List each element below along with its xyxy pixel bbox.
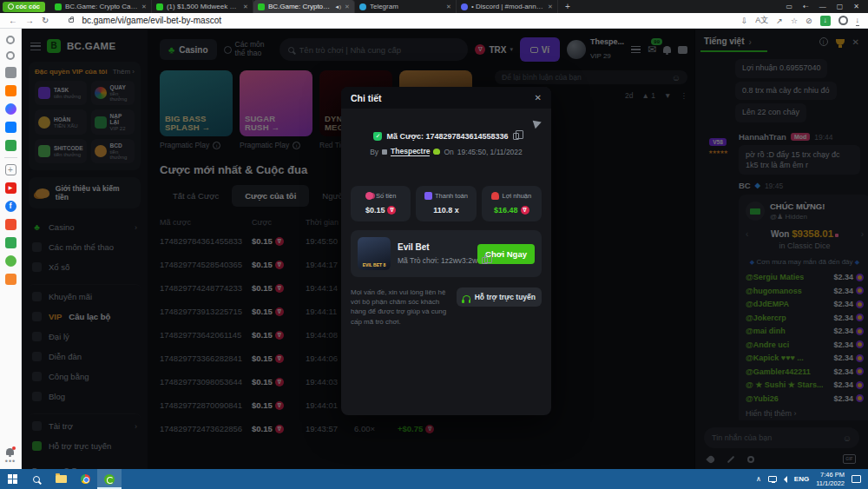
- network-icon[interactable]: [768, 476, 777, 482]
- bookmark-star-icon[interactable]: ☆: [791, 17, 798, 25]
- support-button[interactable]: Hỗ trợ trực tuyến: [457, 287, 542, 307]
- games-icon[interactable]: [5, 140, 16, 151]
- copy-icon[interactable]: [482, 257, 488, 264]
- action-center-icon[interactable]: [852, 475, 861, 483]
- save-page-icon[interactable]: ⇩: [741, 17, 748, 25]
- stat-value: $0.15: [365, 206, 385, 215]
- share-icon[interactable]: [533, 118, 543, 129]
- browser-tab[interactable]: (1) $1,500 Midweek Mascot ◄) ✕: [152, 0, 253, 13]
- cart-icon[interactable]: [5, 274, 16, 285]
- tab-close-icon[interactable]: ✕: [345, 3, 350, 10]
- close-button[interactable]: ✕: [853, 3, 859, 10]
- back-icon[interactable]: ←: [9, 16, 17, 25]
- tray-expand-icon[interactable]: ∧: [756, 475, 761, 483]
- coccoc-taskbar-icon[interactable]: [97, 469, 122, 489]
- stat-label: Lợi nhuận: [502, 192, 531, 200]
- browser-chrome: cốc cốc BC.Game: Crypto Casino Gan ◄) ✕ …: [0, 0, 868, 29]
- zalo-icon[interactable]: [5, 122, 16, 133]
- tab-close-icon[interactable]: ✕: [446, 3, 451, 10]
- modal-title: Chi tiết: [351, 93, 382, 103]
- coccoc-sidebar: + ▶ f •••: [0, 29, 22, 469]
- on-label: On: [444, 148, 453, 156]
- divider[interactable]: [4, 157, 17, 158]
- stat-value: $16.48: [494, 206, 518, 215]
- messenger-icon[interactable]: [5, 103, 16, 115]
- coccoc-crown-icon[interactable]: [5, 85, 16, 96]
- language-indicator[interactable]: ENG: [794, 475, 809, 483]
- add-shortcut-icon[interactable]: +: [5, 164, 16, 175]
- bet-datetime: 19:45:50, 1/11/2022: [457, 148, 523, 156]
- tab-audio-icon[interactable]: ◄): [334, 4, 341, 10]
- coccoc-menu-button[interactable]: cốc cốc: [3, 2, 45, 12]
- copy-icon[interactable]: [513, 133, 519, 140]
- game-code: 1z2wv3:2w: [441, 256, 477, 265]
- translate-icon[interactable]: A文: [755, 15, 768, 26]
- promo-icon[interactable]: [5, 255, 16, 267]
- trx-coin-icon: [387, 206, 396, 215]
- tab-favicon: [461, 3, 468, 10]
- notifications-bell-icon[interactable]: [6, 448, 14, 455]
- maximize-button[interactable]: ▢: [837, 3, 844, 10]
- game-thumbnail[interactable]: EVIL BET 8: [358, 237, 391, 270]
- tab-close-icon[interactable]: ✕: [243, 3, 248, 10]
- reopen-tab-icon[interactable]: ⇠: [803, 3, 809, 10]
- window-controls: ▭ ⇠ — ▢ ✕: [786, 3, 868, 10]
- profile-avatar-icon[interactable]: [838, 16, 848, 25]
- youtube-icon[interactable]: ▶: [5, 182, 16, 194]
- stat-icon: [365, 192, 373, 200]
- settings-icon[interactable]: [6, 36, 15, 44]
- coccoc-logo-icon: [8, 3, 14, 10]
- chrome-icon[interactable]: [73, 469, 97, 489]
- adblock-icon[interactable]: ⊘: [806, 17, 812, 25]
- reading-list-icon[interactable]: [5, 67, 16, 78]
- game-info-box: EVIL BET 8 Evil Bet Mã Trò chơi: 1z2wv3:…: [351, 230, 542, 277]
- padlock-icon[interactable]: [69, 18, 74, 23]
- browser-tab[interactable]: • Discord | #mod-announc ◄) ✕: [457, 0, 558, 13]
- new-tab-button[interactable]: +: [558, 2, 577, 11]
- shopee-icon[interactable]: [5, 219, 16, 230]
- start-button[interactable]: [0, 469, 24, 489]
- history-icon[interactable]: [6, 51, 15, 60]
- toolbar-icons: ⇩ A文 ↗ ☆ ⊘ ↓ ↓: [741, 15, 859, 26]
- tab-close-icon[interactable]: ✕: [548, 3, 553, 10]
- stat-box: Thanh toán 110.8 x: [416, 186, 476, 221]
- taskbar-search-icon[interactable]: [24, 469, 49, 489]
- clock[interactable]: 7:46 PM11/1/2022: [816, 471, 845, 487]
- reload-icon[interactable]: ↻: [42, 16, 49, 25]
- browser-brand: cốc cốc: [16, 3, 40, 10]
- tab-favicon: [258, 3, 265, 10]
- stat-label: Thanh toán: [435, 192, 468, 200]
- modal-close-icon[interactable]: ✕: [535, 93, 542, 102]
- download-button[interactable]: ↓: [820, 16, 831, 26]
- tab-close-icon[interactable]: ✕: [141, 3, 147, 10]
- forward-icon[interactable]: →: [25, 16, 34, 25]
- bettor-name[interactable]: Thespectre: [391, 147, 430, 156]
- stat-box: Số tiền $0.15: [351, 186, 411, 221]
- stat-value: 110.8 x: [433, 206, 459, 215]
- browser-tab[interactable]: BC.Game: Crypto Casino ◄) ✕: [253, 0, 355, 13]
- facebook-icon[interactable]: f: [5, 201, 16, 212]
- url-text[interactable]: bc.game/vi/game/evil-bet-by-mascot: [82, 16, 733, 25]
- more-icon[interactable]: •••: [5, 457, 16, 466]
- minimize-button[interactable]: —: [819, 3, 826, 10]
- downloads-tray-icon[interactable]: ↓: [856, 16, 860, 26]
- notification-dot: [12, 446, 16, 450]
- support-button-label: Hỗ trợ trực tuyến: [475, 293, 536, 301]
- stat-icon: [491, 192, 499, 200]
- bcgame-site: B BC.GAME Đặc quyền VIP của tôi Thêm › T…: [22, 29, 868, 469]
- file-explorer-icon[interactable]: [49, 469, 73, 489]
- tab-title: BC.Game: Crypto Casino: [268, 3, 331, 10]
- cast-icon[interactable]: ▭: [786, 3, 792, 10]
- tab-title: • Discord | #mod-announc: [471, 3, 544, 10]
- volume-icon[interactable]: [784, 476, 787, 483]
- tab-favicon: [55, 3, 62, 10]
- support-text: Mọi vấn đề, xin vui lòng liên hệ với bộ …: [351, 287, 450, 327]
- hat-icon: [382, 149, 387, 155]
- game-title: Evil Bet: [398, 242, 470, 252]
- browser-tab[interactable]: BC.Game: Crypto Casino Gan ◄) ✕: [50, 0, 152, 13]
- share-icon[interactable]: ↗: [776, 17, 783, 25]
- shop-icon[interactable]: [5, 237, 16, 248]
- headset-icon: [463, 295, 470, 301]
- stat-icon: [424, 192, 432, 200]
- browser-tab[interactable]: Telegram ◄) ✕: [355, 0, 457, 13]
